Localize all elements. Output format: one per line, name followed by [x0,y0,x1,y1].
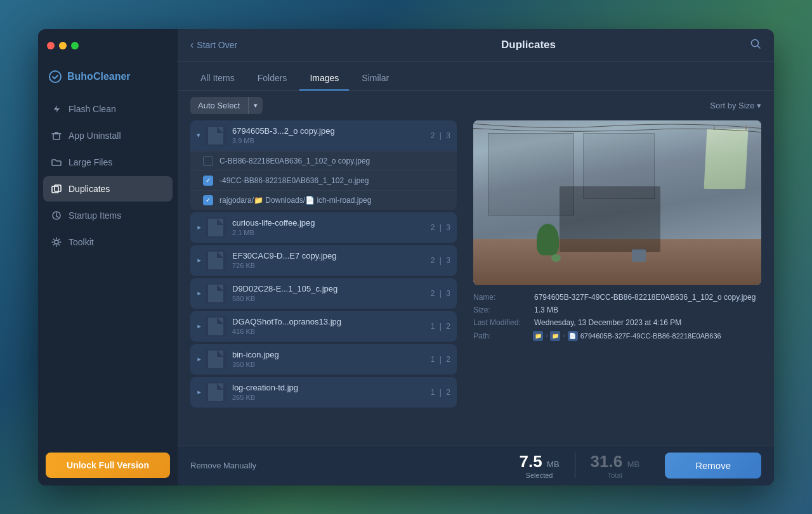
search-button[interactable] [750,38,761,53]
folder-large-icon [51,157,62,168]
startup-icon [51,210,62,221]
titlebar [38,29,178,62]
file-name: EF30CAC9-D...E7 copy.jpeg [232,251,431,260]
page-title: Duplicates [501,39,556,51]
file-group-header-5[interactable]: ▾ bin-icon.jpeg 350 KB 1 | 2 [190,344,457,375]
file-group-header-3[interactable]: ▾ D9D02C28-E...1_105_c.jpeg 580 KB 2 | 3 [190,278,457,309]
preview-image [473,120,761,285]
list-item: -49CC-BB86-82218E0AB636_1_102_o.jpeg [190,170,457,190]
path-value: 6794605B-327F-49CC-BB86-82218E0AB636 [580,332,721,340]
file-group-header-1[interactable]: ▾ curious-life-coffee.jpeg 2.1 MB 2 | 3 [190,212,457,243]
tabs-bar: All Items Folders Images Similar [178,62,774,91]
checkbox-0-2[interactable] [203,195,213,205]
street-scene [473,120,761,285]
trash-icon [51,130,62,141]
selected-label: Selected [519,472,559,479]
modified-value: Wednesday, 13 December 2023 at 4:16 PM [534,318,761,327]
sidebar-item-label: Startup Items [69,210,121,221]
file-group-header-4[interactable]: ▾ DGAQShotTo...opranos13.jpg 416 KB 1 | … [190,311,457,342]
path-file-icon: 📄 [568,331,578,341]
tab-folders[interactable]: Folders [247,68,298,91]
file-size: 726 KB [232,262,431,269]
selected-stat: 7.5 MB Selected [504,452,574,479]
file-group-header-0[interactable]: ▾ 6794605B-3...2_o copy.jpeg 3.9 MB 2 | … [190,120,457,151]
file-thumbnail [206,125,226,146]
tab-all-items[interactable]: All Items [190,68,245,91]
list-item: C-BB86-82218E0AB636_1_102_o copy.jpeg [190,151,457,170]
chevron-right-icon: ▾ [195,226,203,229]
sub-file-name: C-BB86-82218E0AB636_1_102_o copy.jpeg [219,157,450,165]
tab-similar[interactable]: Similar [351,68,399,91]
file-name: 6794605B-3...2_o copy.jpeg [232,126,431,136]
list-item: rajgodara/📁 Downloads/📄 ich-mi-road.jpeg [190,190,457,210]
logo-icon [48,70,62,84]
file-info: curious-life-coffee.jpeg 2.1 MB [232,218,431,236]
file-group-0: ▾ 6794605B-3...2_o copy.jpeg 3.9 MB 2 | … [190,120,457,210]
sidebar-item-label: Flash Clean [69,104,116,114]
size-value: 1.3 MB [534,305,761,314]
file-thumbnail [206,283,226,304]
path-arrow-icon-2: › [563,332,565,339]
sidebar-item-startup-items[interactable]: Startup Items [43,203,173,228]
sidebar-item-duplicates[interactable]: Duplicates [43,176,173,202]
tab-images[interactable]: Images [299,68,349,91]
detail-row-modified: Last Modified: Wednesday, 13 December 20… [473,318,761,327]
file-count: 2 | 3 [431,289,450,298]
sidebar-item-large-files[interactable]: Large Files [43,150,173,175]
remove-manually-button[interactable]: Remove Manually [190,461,256,470]
nav-items: Flash Clean App Uninstall Large Fil [38,96,178,445]
total-value: 31.6 [591,452,623,471]
duplicate-icon [51,183,62,195]
detail-row-path: Path: 📁 › 📁 › 📄 6794605B-327F-49CC-BB86-… [473,331,761,341]
file-group-4: ▾ DGAQShotTo...opranos13.jpg 416 KB 1 | … [190,311,457,342]
back-button[interactable]: ‹ Start Over [190,39,237,51]
sidebar-item-app-uninstall[interactable]: App Uninstall [43,123,173,148]
file-group-header-2[interactable]: ▾ EF30CAC9-D...E7 copy.jpeg 726 KB 2 | 3 [190,245,457,276]
file-count: 1 | 2 [431,355,450,364]
selected-value: 7.5 [519,452,542,471]
checkbox-0-0[interactable] [203,156,213,166]
sidebar-item-flash-clean[interactable]: Flash Clean [43,96,173,122]
auto-select-dropdown-icon[interactable]: ▾ [249,98,263,113]
file-name: DGAQShotTo...opranos13.jpg [232,317,431,326]
svg-point-6 [752,39,759,46]
detail-row-name: Name: 6794605B-327F-49CC-BB86-82218E0AB6… [473,293,761,302]
main-content: ‹ Start Over Duplicates All Items Folder… [178,29,774,485]
path-folder-icon-2: 📁 [550,331,560,341]
auto-select-button[interactable]: Auto Select ▾ [190,97,263,114]
app-window: BuhoCleaner Flash Clean App Unin [38,29,774,485]
name-label: Name: [473,293,530,302]
sidebar-item-toolkit[interactable]: Toolkit [43,229,173,255]
detail-row-size: Size: 1.3 MB [473,305,761,314]
maximize-button[interactable] [71,42,79,49]
file-sub-items: C-BB86-82218E0AB636_1_102_o copy.jpeg -4… [190,151,457,210]
file-name: curious-life-coffee.jpeg [232,218,431,228]
selected-unit: MB [547,459,560,469]
total-stat: 31.6 MB Total [575,452,655,479]
file-group-2: ▾ EF30CAC9-D...E7 copy.jpeg 726 KB 2 | 3 [190,245,457,276]
file-group-header-6[interactable]: ▾ log-creation-td.jpg 265 KB 1 | 2 [190,377,457,408]
file-size: 416 KB [232,328,431,335]
logo-area: BuhoCleaner [38,62,178,96]
chevron-right-icon: ▾ [195,324,203,328]
path-arrow-icon: › [546,332,547,339]
file-group-3: ▾ D9D02C28-E...1_105_c.jpeg 580 KB 2 | 3 [190,278,457,309]
file-size: 580 KB [232,295,431,302]
sort-button[interactable]: Sort by Size ▾ [710,101,761,110]
remove-button[interactable]: Remove [665,453,761,479]
close-button[interactable] [47,42,55,49]
file-group-5: ▾ bin-icon.jpeg 350 KB 1 | 2 [190,344,457,375]
modified-label: Last Modified: [473,318,530,327]
footer: Remove Manually 7.5 MB Selected 31.6 MB … [178,445,774,485]
sub-file-name: -49CC-BB86-82218E0AB636_1_102_o.jpeg [219,176,450,185]
toolbar: Auto Select ▾ Sort by Size ▾ [178,91,774,120]
flash-icon [51,103,62,115]
back-icon: ‹ [190,39,193,51]
name-value: 6794605B-327F-49CC-BB86-82218E0AB636_1_1… [534,293,761,302]
minimize-button[interactable] [59,42,67,49]
sub-file-name: rajgodara/📁 Downloads/📄 ich-mi-road.jpeg [219,196,450,205]
file-thumbnail [206,349,226,369]
unlock-button[interactable]: Unlock Full Version [46,453,170,478]
file-thumbnail [206,316,226,337]
checkbox-0-1[interactable] [203,176,213,186]
